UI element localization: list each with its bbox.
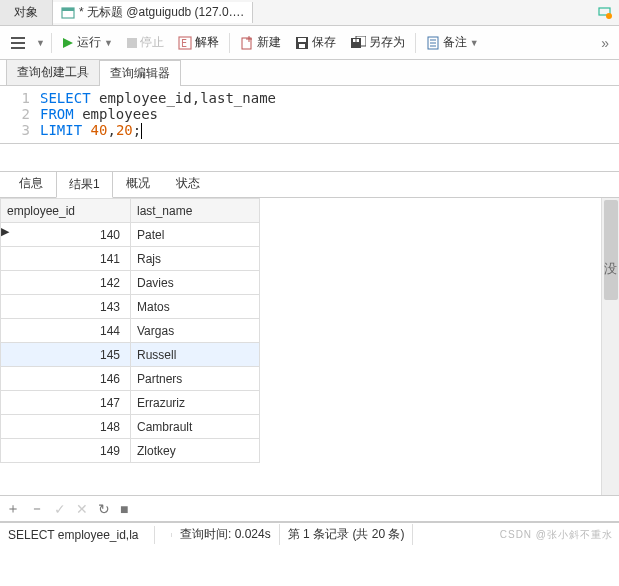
table-row[interactable]: 143Matos <box>1 295 260 319</box>
menu-icon[interactable] <box>6 34 30 52</box>
save-as-button[interactable]: 另存为 <box>346 32 409 53</box>
table-row[interactable]: 141Rajs <box>1 247 260 271</box>
sql-editor[interactable]: 1SELECT employee_id,last_name 2FROM empl… <box>0 86 619 144</box>
note-button[interactable]: 备注 ▼ <box>422 32 483 53</box>
cell: Partners <box>131 367 260 391</box>
text-cursor <box>141 123 142 139</box>
separator <box>415 33 416 53</box>
table-row[interactable]: 146Partners <box>1 367 260 391</box>
result-grid-container: ▶ employee_id last_name 140Patel 141Rajs… <box>0 198 619 496</box>
vertical-scrollbar[interactable] <box>601 198 619 495</box>
svg-rect-11 <box>242 38 251 49</box>
svg-marker-7 <box>63 38 73 48</box>
table-row[interactable]: 147Errazuriz <box>1 391 260 415</box>
svg-point-3 <box>606 13 612 19</box>
table-row[interactable]: 148Cambrault <box>1 415 260 439</box>
cell: 148 <box>1 415 131 439</box>
delete-row-button[interactable]: － <box>30 500 44 518</box>
tab-object[interactable]: 对象 <box>0 0 53 25</box>
result-grid[interactable]: employee_id last_name 140Patel 141Rajs 1… <box>0 198 601 495</box>
save-label: 保存 <box>312 34 336 51</box>
status-bar: SELECT employee_id,la 查询时间: 0.024s 第 1 条… <box>0 522 619 546</box>
top-right-icons <box>591 5 619 21</box>
tab-query-editor[interactable]: 查询编辑器 <box>99 60 181 86</box>
grid-toolbar: ＋ － ✓ ✕ ↻ ■ <box>0 496 619 522</box>
status-time: 查询时间: 0.024s <box>172 524 280 545</box>
stop-label: 停止 <box>140 34 164 51</box>
side-clipped-text: 没 <box>604 260 617 278</box>
status-record: 第 1 条记录 (共 20 条) <box>280 524 414 545</box>
run-label: 运行 <box>77 34 101 51</box>
cell: Rajs <box>131 247 260 271</box>
cell: 142 <box>1 271 131 295</box>
status-sql: SELECT employee_id,la <box>0 526 155 544</box>
new-button[interactable]: 新建 <box>236 32 285 53</box>
row-indicator-icon: ▶ <box>1 225 9 238</box>
col-header-last-name[interactable]: last_name <box>131 199 260 223</box>
tab-query-label: * 无标题 @atguigudb (127.0…. <box>79 4 244 21</box>
cell: 140 <box>1 223 131 247</box>
line-number: 3 <box>0 122 40 139</box>
editor-spacer <box>0 144 619 172</box>
chevron-down-icon: ▼ <box>470 38 479 48</box>
cancel-button[interactable]: ✕ <box>76 501 88 517</box>
save-as-label: 另存为 <box>369 34 405 51</box>
add-row-button[interactable]: ＋ <box>6 500 20 518</box>
apply-button[interactable]: ✓ <box>54 501 66 517</box>
cell: 143 <box>1 295 131 319</box>
cell: Davies <box>131 271 260 295</box>
status-empty <box>155 533 172 537</box>
run-button[interactable]: 运行 ▼ <box>58 32 117 53</box>
cell: Errazuriz <box>131 391 260 415</box>
svg-rect-8 <box>127 38 137 48</box>
cell: Zlotkey <box>131 439 260 463</box>
more-icon[interactable]: » <box>597 35 613 51</box>
save-button[interactable]: 保存 <box>291 32 340 53</box>
cell: Patel <box>131 223 260 247</box>
cell: 147 <box>1 391 131 415</box>
tab-info[interactable]: 信息 <box>6 170 56 197</box>
tab-query-builder[interactable]: 查询创建工具 <box>6 59 100 85</box>
tab-query[interactable]: * 无标题 @atguigudb (127.0…. <box>53 2 253 23</box>
scrollbar-thumb[interactable] <box>604 200 618 300</box>
new-label: 新建 <box>257 34 281 51</box>
separator <box>229 33 230 53</box>
table-row[interactable]: 145Russell <box>1 343 260 367</box>
svg-rect-16 <box>299 44 305 48</box>
cell: 141 <box>1 247 131 271</box>
panel-icon[interactable] <box>597 5 613 21</box>
document-tabs: 对象 * 无标题 @atguigudb (127.0…. <box>0 0 619 26</box>
cell: 149 <box>1 439 131 463</box>
note-label: 备注 <box>443 34 467 51</box>
query-icon <box>61 6 75 20</box>
stop-button[interactable]: 停止 <box>123 32 168 53</box>
svg-text:E: E <box>181 38 187 49</box>
line-number: 2 <box>0 106 40 122</box>
tab-status[interactable]: 状态 <box>163 170 213 197</box>
chevron-down-icon: ▼ <box>104 38 113 48</box>
result-tabs: 信息 结果1 概况 状态 <box>0 172 619 198</box>
cell: Cambrault <box>131 415 260 439</box>
separator <box>51 33 52 53</box>
menu-dropdown-icon[interactable]: ▼ <box>36 38 45 48</box>
cell: Matos <box>131 295 260 319</box>
cell: Russell <box>131 343 260 367</box>
tab-profile[interactable]: 概况 <box>113 170 163 197</box>
table-row[interactable]: 149Zlotkey <box>1 439 260 463</box>
table-row[interactable]: 140Patel <box>1 223 260 247</box>
stop-load-button[interactable]: ■ <box>120 501 128 517</box>
tab-result1[interactable]: 结果1 <box>56 171 113 198</box>
toolbar: ▼ 运行 ▼ 停止 E 解释 新建 保存 另存为 备注 ▼ » <box>0 26 619 60</box>
table-row[interactable]: 142Davies <box>1 271 260 295</box>
line-number: 1 <box>0 90 40 106</box>
col-header-employee-id[interactable]: employee_id <box>1 199 131 223</box>
explain-button[interactable]: E 解释 <box>174 32 223 53</box>
watermark: CSDN @张小斜不重水 <box>500 528 619 542</box>
explain-label: 解释 <box>195 34 219 51</box>
table-row[interactable]: 144Vargas <box>1 319 260 343</box>
svg-rect-1 <box>62 8 74 11</box>
refresh-button[interactable]: ↻ <box>98 501 110 517</box>
cell: 146 <box>1 367 131 391</box>
svg-rect-15 <box>298 38 306 42</box>
cell: 145 <box>1 343 131 367</box>
